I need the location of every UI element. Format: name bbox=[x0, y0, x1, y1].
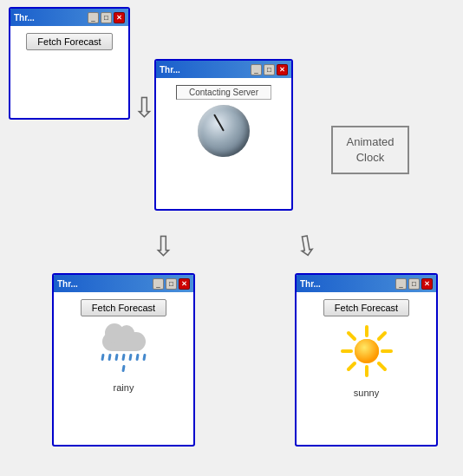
svg-line-5 bbox=[379, 363, 385, 369]
sunny-weather-icon bbox=[341, 325, 393, 377]
svg-line-7 bbox=[349, 363, 355, 369]
arrow-topleft-to-center: ⇩ bbox=[133, 91, 156, 124]
bottom-left-title: Thr... bbox=[57, 279, 151, 289]
svg-line-4 bbox=[349, 333, 355, 339]
raindrop-2 bbox=[108, 354, 111, 361]
svg-line-6 bbox=[379, 333, 385, 339]
spinner-globe bbox=[198, 105, 250, 157]
center-close-button[interactable]: ✕ bbox=[277, 64, 288, 75]
raindrop-8 bbox=[121, 365, 125, 372]
spinner-needle bbox=[213, 114, 225, 131]
raindrop-5 bbox=[128, 354, 132, 361]
top-left-window: Thr... _ □ ✕ Fetch Forecast bbox=[9, 7, 130, 120]
center-maximize-button[interactable]: □ bbox=[264, 64, 275, 75]
server-status-input[interactable] bbox=[176, 85, 271, 100]
bottom-right-minimize-button[interactable]: _ bbox=[395, 278, 407, 290]
sun-rays-svg bbox=[341, 325, 393, 377]
raindrop-3 bbox=[114, 354, 118, 361]
rainy-label: rainy bbox=[114, 382, 134, 393]
bottom-right-maximize-button[interactable]: □ bbox=[408, 278, 420, 290]
center-minimize-button[interactable]: _ bbox=[251, 64, 262, 75]
sun-icon bbox=[341, 325, 393, 377]
bottom-right-body: Fetch Forecast bbox=[297, 292, 436, 405]
raindrop-1 bbox=[101, 354, 104, 361]
top-left-titlebar: Thr... _ □ ✕ bbox=[10, 9, 128, 26]
cloud-icon bbox=[98, 325, 150, 351]
bottom-left-maximize-button[interactable]: □ bbox=[166, 278, 177, 290]
bottom-left-window: Thr... _ □ ✕ Fetch Forecast rainy bbox=[52, 273, 195, 447]
center-body bbox=[156, 78, 291, 164]
raindrop-6 bbox=[135, 354, 139, 361]
arrow-center-to-bottomleft: ⇩ bbox=[152, 230, 175, 263]
sunny-label: sunny bbox=[354, 388, 379, 398]
animated-clock-line1: Animated bbox=[347, 135, 395, 148]
bottom-right-titlebar: Thr... _ □ ✕ bbox=[297, 275, 436, 292]
top-left-close-button[interactable]: ✕ bbox=[114, 12, 125, 23]
svg-point-9 bbox=[355, 339, 379, 363]
top-left-minimize-button[interactable]: _ bbox=[88, 12, 99, 23]
bottom-right-title: Thr... bbox=[300, 279, 394, 289]
top-left-maximize-button[interactable]: □ bbox=[101, 12, 112, 23]
animated-clock-line2: Clock bbox=[356, 151, 385, 164]
bottom-left-titlebar: Thr... _ □ ✕ bbox=[54, 275, 193, 292]
arrow-center-to-bottomright: ⇩ bbox=[292, 228, 321, 264]
bottom-left-body: Fetch Forecast rainy bbox=[54, 292, 193, 400]
rain-weather-icon bbox=[98, 325, 150, 372]
top-left-title: Thr... bbox=[14, 13, 86, 23]
center-titlebar: Thr... _ □ ✕ bbox=[156, 61, 291, 78]
animated-clock-label: Animated Clock bbox=[331, 126, 409, 174]
bottom-left-close-button[interactable]: ✕ bbox=[179, 278, 190, 290]
bottom-right-fetch-button[interactable]: Fetch Forecast bbox=[323, 299, 409, 316]
center-window: Thr... _ □ ✕ bbox=[154, 59, 293, 211]
bottom-right-window: Thr... _ □ ✕ Fetch Forecast bbox=[295, 273, 438, 447]
bottom-left-fetch-button[interactable]: Fetch Forecast bbox=[81, 299, 166, 316]
cloud-puff2 bbox=[119, 325, 134, 341]
raindrop-7 bbox=[142, 354, 146, 361]
top-left-fetch-button[interactable]: Fetch Forecast bbox=[26, 33, 112, 50]
rain-drops bbox=[100, 354, 147, 372]
bottom-left-minimize-button[interactable]: _ bbox=[153, 278, 164, 290]
center-title: Thr... bbox=[160, 65, 249, 75]
bottom-right-close-button[interactable]: ✕ bbox=[421, 278, 433, 290]
raindrop-4 bbox=[121, 354, 125, 361]
top-left-body: Fetch Forecast bbox=[10, 26, 128, 57]
